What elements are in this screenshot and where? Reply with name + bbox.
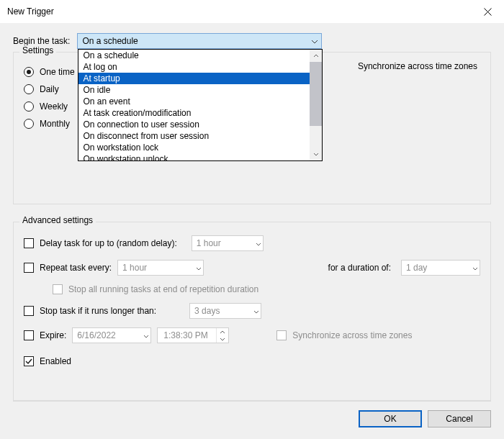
stop-all-checkbox [53,284,63,294]
repeat-checkbox[interactable] [24,263,34,273]
chevron-down-icon [253,306,259,316]
button-label: Cancel [446,414,472,424]
dropdown-value: 1 day [406,263,427,273]
stop-all-label: Stop all running tasks at end of repetit… [68,284,258,294]
expire-sync-checkbox [276,330,287,340]
close-button[interactable] [471,0,504,23]
dropdown-option-on-an-event[interactable]: On an event [78,96,310,107]
stop-if-row: Stop task if it runs longer than: 3 days [24,303,480,319]
dropdown-value: 3 days [194,306,220,316]
dropdown-option-at-startup[interactable]: At startup [78,73,310,84]
stop-if-label: Stop task if it runs longer than: [40,306,156,316]
duration-value-dropdown[interactable]: 1 day [401,260,480,276]
expire-label: Expire: [40,330,66,340]
radio-label: Monthly [40,119,70,129]
close-icon [484,8,492,16]
chevron-down-icon [256,238,261,248]
delay-label: Delay task for up to (random delay): [40,238,177,248]
dropdown-option-at-task-creation[interactable]: At task creation/modification [78,107,310,119]
stop-if-checkbox[interactable] [24,306,34,316]
advanced-settings-legend: Advanced settings [19,215,96,225]
advanced-settings-group: Advanced settings Delay task for up to (… [13,222,491,401]
begin-the-task-dropdown: On a schedule At log on At startup On id… [78,49,323,161]
date-value: 6/16/2022 [77,330,115,340]
dropdown-scrollbar[interactable] [310,50,322,160]
time-value: 1:38:30 PM [163,330,207,340]
radio-label: One time [40,67,75,77]
enabled-label: Enabled [40,356,71,366]
dropdown-option-on-lock[interactable]: On workstation lock [78,142,310,153]
begin-the-task-row: Begin the task: On a schedule On a sched… [13,33,491,49]
radio-icon [24,101,34,112]
title-bar: New Trigger [0,0,504,23]
expire-date-picker[interactable]: 6/16/2022 [72,327,151,343]
chevron-down-icon [196,263,202,273]
repeat-label: Repeat task every: [40,263,112,273]
ok-button[interactable]: OK [359,410,422,427]
dropdown-option-on-idle[interactable]: On idle [78,84,310,96]
duration-label: for a duration of: [328,263,391,273]
expire-sync-label: Synchronize across time zones [292,330,412,340]
radio-label: Daily [40,84,59,94]
scroll-down-icon[interactable] [310,148,322,160]
expire-checkbox[interactable] [24,330,34,340]
sync-tz-label: Synchronize across time zones [358,61,477,71]
calendar-chevron-icon [143,330,149,340]
chevron-down-icon [311,36,318,46]
button-label: OK [384,414,396,424]
delay-row: Delay task for up to (random delay): 1 h… [24,235,480,251]
radio-icon [24,67,34,77]
window-title: New Trigger [7,6,54,17]
radio-icon [24,84,34,94]
radio-label: Weekly [40,101,68,112]
dialog-buttons: OK Cancel [13,401,491,427]
dropdown-option-on-connection[interactable]: On connection to user session [78,119,310,130]
expire-time-spinner[interactable]: 1:38:30 PM [157,327,229,343]
dropdown-option-on-disconnect[interactable]: On disconnect from user session [78,130,310,142]
dialog-content: Begin the task: On a schedule On a sched… [0,23,504,439]
delay-checkbox[interactable] [24,238,34,248]
spin-up-icon[interactable] [217,328,228,335]
enabled-row: Enabled [24,356,480,366]
scroll-track[interactable] [310,62,322,148]
stop-all-row: Stop all running tasks at end of repetit… [53,284,480,294]
scroll-thumb[interactable] [310,62,322,126]
dropdown-list: On a schedule At log on At startup On id… [78,50,310,160]
expire-row: Expire: 6/16/2022 1:38:30 PM Synchronize… [24,327,480,343]
dropdown-value: 1 hour [122,263,147,273]
spin-down-icon[interactable] [217,335,228,343]
repeat-value-dropdown[interactable]: 1 hour [117,260,204,276]
check-icon [25,358,32,365]
dropdown-option-at-log-on[interactable]: At log on [78,61,310,73]
begin-the-task-label: Begin the task: [13,36,70,46]
combobox-selected-value: On a schedule [82,36,138,46]
settings-legend: Settings [19,45,56,55]
stop-if-value-dropdown[interactable]: 3 days [189,303,261,319]
dropdown-value: 1 hour [197,238,221,248]
delay-value-dropdown[interactable]: 1 hour [192,235,264,251]
begin-the-task-combobox[interactable]: On a schedule On a schedule At log on At… [77,33,322,49]
cancel-button[interactable]: Cancel [428,410,491,427]
scroll-up-icon[interactable] [310,50,322,62]
repeat-row: Repeat task every: 1 hour for a duration… [24,260,480,276]
enabled-checkbox[interactable] [24,356,34,366]
dropdown-option-on-a-schedule[interactable]: On a schedule [78,50,310,61]
dropdown-option-on-unlock[interactable]: On workstation unlock [78,153,310,160]
radio-icon [24,119,34,129]
chevron-down-icon [472,263,478,273]
